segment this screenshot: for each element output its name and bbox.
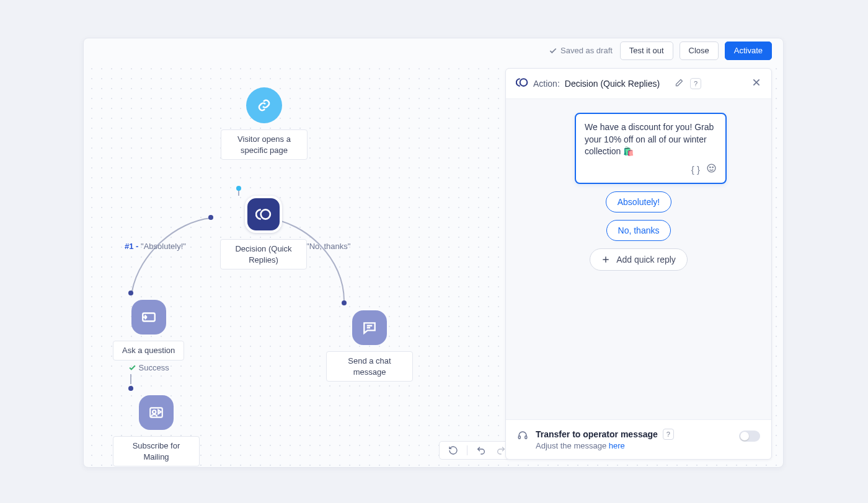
side-panel: Action: Decision (Quick Replies) ? We ha… [505,68,772,460]
quick-reply-1[interactable]: Absolutely! [606,191,671,212]
bubble-tools: { } [585,163,717,177]
check-icon [128,364,136,372]
transfer-desc: Adjust the message here [536,441,732,450]
edge-label-1: #1 - "Absolutely!" [125,242,186,251]
message-text: We have a discount for you! Grab your 10… [585,122,714,156]
divider [467,445,467,455]
panel-footer: Transfer to operator message ? Adjust th… [506,420,771,459]
plus-icon [601,255,610,264]
node-ask[interactable]: Ask a question Success [113,300,184,372]
add-quick-reply-button[interactable]: Add quick reply [590,248,688,271]
help-icon[interactable]: ? [663,429,674,440]
svg-rect-8 [518,436,520,439]
transfer-title: Transfer to operator message [536,429,658,439]
port-top-ask[interactable] [128,291,133,295]
node-decision[interactable]: Decision (Quick Replies) [220,196,307,269]
status-text: Saved as draft [560,46,613,55]
action-name: Decision (Quick Replies) [565,79,660,89]
headset-icon [517,430,528,444]
toolbar: Saved as draft Test it out Close Activat… [84,38,783,61]
node-send[interactable]: Send a chat message [326,310,413,382]
ask-question-icon [131,300,166,335]
svg-point-7 [712,167,713,167]
app-window: Saved as draft Test it out Close Activat… [83,38,784,468]
activate-button[interactable]: Activate [725,42,772,60]
chat-icon [352,310,387,345]
undo-icon[interactable] [475,444,487,457]
svg-point-6 [710,167,711,167]
quick-reply-2[interactable]: No, thanks [606,220,671,241]
toggle-knob [740,432,749,440]
node-label: Ask a question [113,341,184,361]
check-icon [549,46,557,55]
port-left-decision[interactable] [208,215,213,220]
port-bottom-trigger[interactable] [236,186,241,191]
node-label: Decision (Quick Replies) [220,239,307,269]
add-reply-label: Add quick reply [616,255,676,265]
edge-text-1: "Absolutely!" [141,242,186,251]
success-row: Success [128,363,169,372]
transfer-link[interactable]: here [609,441,625,450]
test-button[interactable]: Test it out [620,42,673,60]
success-text: Success [139,363,169,372]
node-label: Subscribe for Mailing [113,436,200,466]
panel-header: Action: Decision (Quick Replies) ? [506,69,771,98]
canvas-controls [439,441,515,460]
variables-icon[interactable]: { } [691,163,700,177]
close-button[interactable]: Close [680,42,719,60]
edge-text-2: "No, thanks" [306,242,350,251]
transfer-desc-text: Adjust the message [536,441,609,450]
svg-point-0 [261,209,270,219]
svg-point-4 [520,79,528,86]
message-editor[interactable]: We have a discount for you! Grab your 10… [575,113,727,184]
node-label: Visitor opens a specific page [221,129,308,160]
svg-point-3 [153,410,156,413]
svg-point-5 [707,164,715,172]
mailing-icon [139,395,174,430]
node-trigger[interactable]: Visitor opens a specific page [221,87,308,160]
emoji-icon[interactable] [706,163,717,177]
decision-icon [516,76,528,91]
status-saved: Saved as draft [549,46,613,55]
link-circle-icon [246,87,282,123]
transfer-toggle[interactable] [739,431,760,442]
edit-icon[interactable] [675,78,684,90]
panel-body: We have a discount for you! Grab your 10… [506,98,771,420]
node-subscribe[interactable]: Subscribe for Mailing [113,395,200,466]
action-prefix: Action: [533,79,560,89]
reset-icon[interactable] [447,444,459,457]
close-icon[interactable] [751,77,761,90]
decision-icon [245,196,282,233]
node-label: Send a chat message [326,351,413,382]
edge-num-1: #1 - [125,242,138,251]
port-top-send[interactable] [342,300,347,305]
svg-rect-9 [525,436,527,439]
help-icon[interactable]: ? [690,78,701,89]
port-top-subscribe[interactable] [128,386,133,391]
